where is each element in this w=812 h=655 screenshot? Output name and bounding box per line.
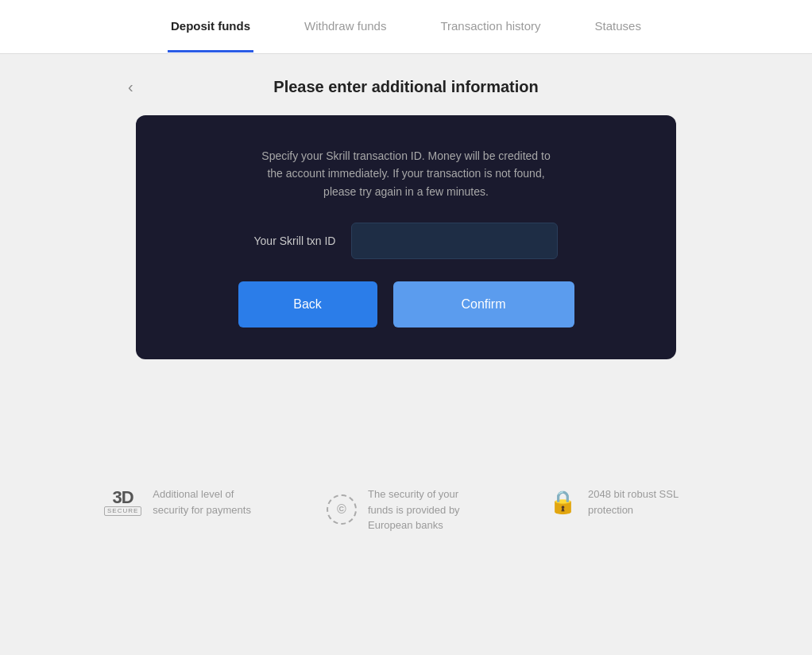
- european-banks-icon: ©: [327, 494, 357, 525]
- footer-text-3d: Additional level of security for payment…: [153, 486, 263, 517]
- nav-bar: Deposit funds Withdraw funds Transaction…: [0, 0, 812, 54]
- txn-input[interactable]: [351, 223, 558, 259]
- page-title: Please enter additional information: [273, 78, 538, 96]
- content-area: ‹ Please enter additional information Sp…: [0, 54, 812, 557]
- footer-item-3d-secure: 3D SECURE Additional level of security f…: [104, 486, 263, 517]
- back-arrow-icon[interactable]: ‹: [128, 78, 133, 96]
- tab-history[interactable]: Transaction history: [437, 2, 543, 52]
- tab-deposit[interactable]: Deposit funds: [168, 2, 253, 52]
- input-row: Your Skrill txn ID: [176, 223, 636, 259]
- txn-input-label: Your Skrill txn ID: [254, 234, 336, 247]
- footer-text-ssl: 2048 bit robust SSL protection: [588, 486, 708, 517]
- ssl-lock-icon: 🔒: [549, 489, 577, 515]
- confirm-button[interactable]: Confirm: [393, 281, 574, 328]
- footer: 3D SECURE Additional level of security f…: [104, 486, 708, 533]
- footer-text-banks: The security of your funds is provided b…: [368, 486, 485, 533]
- dark-card: Specify your Skrill transaction ID. Mone…: [136, 115, 676, 359]
- back-button[interactable]: Back: [238, 281, 377, 328]
- button-row: Back Confirm: [238, 281, 574, 328]
- 3d-secure-icon: 3D SECURE: [104, 489, 141, 516]
- tab-withdraw[interactable]: Withdraw funds: [301, 2, 389, 52]
- footer-item-european-banks: © The security of your funds is provided…: [327, 486, 485, 533]
- tab-statuses[interactable]: Statuses: [592, 2, 644, 52]
- card-description: Specify your Skrill transaction ID. Mone…: [255, 147, 557, 200]
- page-header: ‹ Please enter additional information: [128, 78, 684, 96]
- footer-item-ssl: 🔒 2048 bit robust SSL protection: [549, 486, 708, 517]
